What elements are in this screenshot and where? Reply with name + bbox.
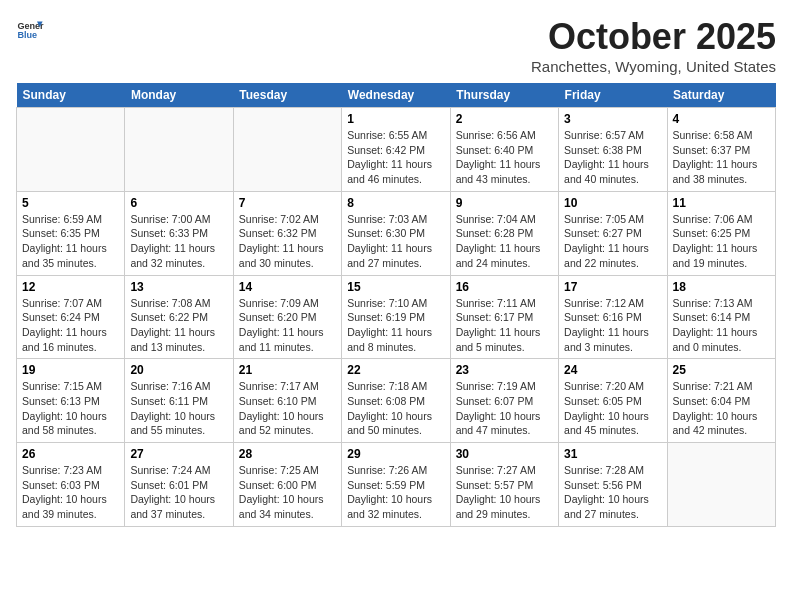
cell-content-line: Sunrise: 7:11 AM: [456, 296, 553, 311]
header: General Blue October 2025 Ranchettes, Wy…: [16, 16, 776, 75]
day-of-week-saturday: Saturday: [667, 83, 775, 108]
cell-content-line: Sunrise: 7:04 AM: [456, 212, 553, 227]
day-number: 5: [22, 196, 119, 210]
day-number: 30: [456, 447, 553, 461]
cell-content-line: and 3 minutes.: [564, 340, 661, 355]
calendar-cell: 14Sunrise: 7:09 AMSunset: 6:20 PMDayligh…: [233, 275, 341, 359]
calendar-cell: 11Sunrise: 7:06 AMSunset: 6:25 PMDayligh…: [667, 191, 775, 275]
cell-content-line: Sunrise: 7:28 AM: [564, 463, 661, 478]
cell-content-line: Sunset: 6:19 PM: [347, 310, 444, 325]
cell-content-line: Sunset: 6:01 PM: [130, 478, 227, 493]
cell-content-line: and 30 minutes.: [239, 256, 336, 271]
cell-content-line: Daylight: 11 hours: [239, 325, 336, 340]
cell-content-line: Sunrise: 7:26 AM: [347, 463, 444, 478]
cell-content-line: Sunset: 6:05 PM: [564, 394, 661, 409]
cell-content-line: and 22 minutes.: [564, 256, 661, 271]
cell-content-line: Daylight: 11 hours: [673, 157, 770, 172]
cell-content-line: Sunrise: 7:21 AM: [673, 379, 770, 394]
day-number: 20: [130, 363, 227, 377]
day-number: 14: [239, 280, 336, 294]
day-of-week-wednesday: Wednesday: [342, 83, 450, 108]
cell-content-line: Sunset: 6:38 PM: [564, 143, 661, 158]
cell-content-line: Sunset: 6:28 PM: [456, 226, 553, 241]
day-number: 4: [673, 112, 770, 126]
calendar-cell: 18Sunrise: 7:13 AMSunset: 6:14 PMDayligh…: [667, 275, 775, 359]
cell-content-line: Daylight: 11 hours: [673, 241, 770, 256]
day-of-week-tuesday: Tuesday: [233, 83, 341, 108]
day-number: 6: [130, 196, 227, 210]
cell-content-line: Sunset: 6:35 PM: [22, 226, 119, 241]
cell-content-line: and 46 minutes.: [347, 172, 444, 187]
day-number: 8: [347, 196, 444, 210]
cell-content-line: Daylight: 10 hours: [22, 492, 119, 507]
cell-content-line: Sunrise: 7:25 AM: [239, 463, 336, 478]
cell-content-line: Sunset: 6:07 PM: [456, 394, 553, 409]
cell-content-line: and 11 minutes.: [239, 340, 336, 355]
day-number: 22: [347, 363, 444, 377]
calendar-cell: 2Sunrise: 6:56 AMSunset: 6:40 PMDaylight…: [450, 108, 558, 192]
cell-content-line: and 24 minutes.: [456, 256, 553, 271]
cell-content-line: and 19 minutes.: [673, 256, 770, 271]
cell-content-line: and 27 minutes.: [347, 256, 444, 271]
cell-content-line: Sunset: 6:14 PM: [673, 310, 770, 325]
cell-content-line: and 34 minutes.: [239, 507, 336, 522]
svg-text:Blue: Blue: [17, 30, 37, 40]
cell-content-line: Sunrise: 6:59 AM: [22, 212, 119, 227]
day-number: 11: [673, 196, 770, 210]
cell-content-line: Daylight: 11 hours: [130, 325, 227, 340]
cell-content-line: Sunrise: 6:58 AM: [673, 128, 770, 143]
calendar-cell: 8Sunrise: 7:03 AMSunset: 6:30 PMDaylight…: [342, 191, 450, 275]
cell-content-line: and 35 minutes.: [22, 256, 119, 271]
calendar-cell: 7Sunrise: 7:02 AMSunset: 6:32 PMDaylight…: [233, 191, 341, 275]
title-area: October 2025 Ranchettes, Wyoming, United…: [531, 16, 776, 75]
cell-content-line: and 5 minutes.: [456, 340, 553, 355]
cell-content-line: Sunrise: 7:20 AM: [564, 379, 661, 394]
calendar-cell: 12Sunrise: 7:07 AMSunset: 6:24 PMDayligh…: [17, 275, 125, 359]
calendar-cell: 15Sunrise: 7:10 AMSunset: 6:19 PMDayligh…: [342, 275, 450, 359]
day-number: 3: [564, 112, 661, 126]
cell-content-line: Daylight: 10 hours: [130, 492, 227, 507]
logo: General Blue: [16, 16, 44, 44]
cell-content-line: Daylight: 11 hours: [347, 241, 444, 256]
cell-content-line: Sunset: 5:59 PM: [347, 478, 444, 493]
day-number: 1: [347, 112, 444, 126]
cell-content-line: Daylight: 11 hours: [239, 241, 336, 256]
cell-content-line: Sunset: 6:33 PM: [130, 226, 227, 241]
calendar-cell: [667, 443, 775, 527]
calendar-cell: 28Sunrise: 7:25 AMSunset: 6:00 PMDayligh…: [233, 443, 341, 527]
cell-content-line: Sunrise: 7:23 AM: [22, 463, 119, 478]
calendar-cell: 6Sunrise: 7:00 AMSunset: 6:33 PMDaylight…: [125, 191, 233, 275]
day-number: 9: [456, 196, 553, 210]
cell-content-line: Sunset: 6:40 PM: [456, 143, 553, 158]
cell-content-line: Sunrise: 7:03 AM: [347, 212, 444, 227]
cell-content-line: Sunrise: 7:02 AM: [239, 212, 336, 227]
calendar-cell: 17Sunrise: 7:12 AMSunset: 6:16 PMDayligh…: [559, 275, 667, 359]
cell-content-line: Sunset: 6:22 PM: [130, 310, 227, 325]
cell-content-line: Sunrise: 7:13 AM: [673, 296, 770, 311]
cell-content-line: Daylight: 10 hours: [347, 492, 444, 507]
cell-content-line: Sunset: 6:37 PM: [673, 143, 770, 158]
cell-content-line: Daylight: 10 hours: [130, 409, 227, 424]
day-number: 21: [239, 363, 336, 377]
cell-content-line: Daylight: 11 hours: [673, 325, 770, 340]
calendar-cell: [125, 108, 233, 192]
calendar-cell: 3Sunrise: 6:57 AMSunset: 6:38 PMDaylight…: [559, 108, 667, 192]
calendar-cell: 21Sunrise: 7:17 AMSunset: 6:10 PMDayligh…: [233, 359, 341, 443]
cell-content-line: and 13 minutes.: [130, 340, 227, 355]
cell-content-line: and 32 minutes.: [130, 256, 227, 271]
generalblue-logo-icon: General Blue: [16, 16, 44, 44]
calendar-cell: 16Sunrise: 7:11 AMSunset: 6:17 PMDayligh…: [450, 275, 558, 359]
day-number: 25: [673, 363, 770, 377]
cell-content-line: and 27 minutes.: [564, 507, 661, 522]
cell-content-line: Sunrise: 7:08 AM: [130, 296, 227, 311]
day-number: 19: [22, 363, 119, 377]
calendar-cell: 26Sunrise: 7:23 AMSunset: 6:03 PMDayligh…: [17, 443, 125, 527]
day-number: 2: [456, 112, 553, 126]
cell-content-line: and 52 minutes.: [239, 423, 336, 438]
calendar-cell: 9Sunrise: 7:04 AMSunset: 6:28 PMDaylight…: [450, 191, 558, 275]
cell-content-line: Daylight: 11 hours: [130, 241, 227, 256]
cell-content-line: Daylight: 11 hours: [456, 325, 553, 340]
cell-content-line: and 39 minutes.: [22, 507, 119, 522]
day-number: 16: [456, 280, 553, 294]
cell-content-line: Sunrise: 7:10 AM: [347, 296, 444, 311]
